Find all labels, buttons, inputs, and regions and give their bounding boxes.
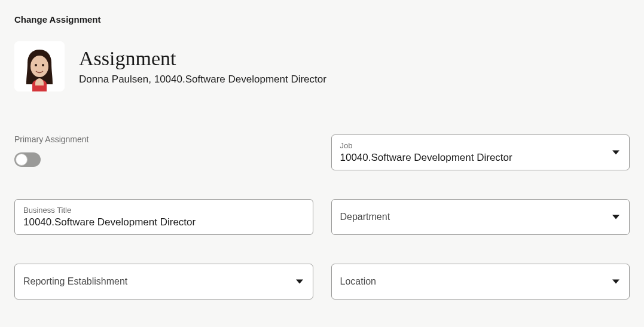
avatar xyxy=(14,41,65,91)
svg-point-1 xyxy=(30,56,48,77)
chevron-down-icon xyxy=(296,280,303,284)
business-title-input[interactable]: Business Title 10040.Software Developmen… xyxy=(14,199,313,235)
department-select[interactable]: Department xyxy=(331,199,630,235)
primary-assignment-label: Primary Assignment xyxy=(14,135,313,144)
location-select[interactable]: Location xyxy=(331,264,630,300)
chevron-down-icon xyxy=(612,215,619,219)
business-title-label: Business Title xyxy=(23,206,286,215)
business-title-value: 10040.Software Development Director xyxy=(23,216,286,228)
chevron-down-icon xyxy=(612,151,619,155)
form-grid: Primary Assignment Job 10040.Software De… xyxy=(14,135,630,300)
reporting-establishment-label: Reporting Establishment xyxy=(23,276,286,287)
page-title: Assignment xyxy=(79,47,326,70)
chevron-down-icon xyxy=(612,280,619,284)
page-subtitle: Donna Paulsen, 10040.Software Developmen… xyxy=(79,74,326,85)
header-text: Assignment Donna Paulsen, 10040.Software… xyxy=(79,47,326,85)
location-label: Location xyxy=(340,276,603,287)
breadcrumb: Change Assignment xyxy=(14,14,630,25)
department-label: Department xyxy=(340,212,603,222)
reporting-establishment-select[interactable]: Reporting Establishment xyxy=(14,264,313,300)
toggle-knob xyxy=(16,154,28,166)
primary-assignment-toggle[interactable] xyxy=(14,152,41,167)
job-label: Job xyxy=(340,141,603,151)
page-header: Assignment Donna Paulsen, 10040.Software… xyxy=(14,41,630,91)
primary-assignment-field: Primary Assignment xyxy=(14,135,313,167)
job-select[interactable]: Job 10040.Software Development Director xyxy=(331,135,630,170)
job-value: 10040.Software Development Director xyxy=(340,152,603,164)
svg-point-2 xyxy=(35,64,37,66)
svg-point-3 xyxy=(42,64,44,66)
